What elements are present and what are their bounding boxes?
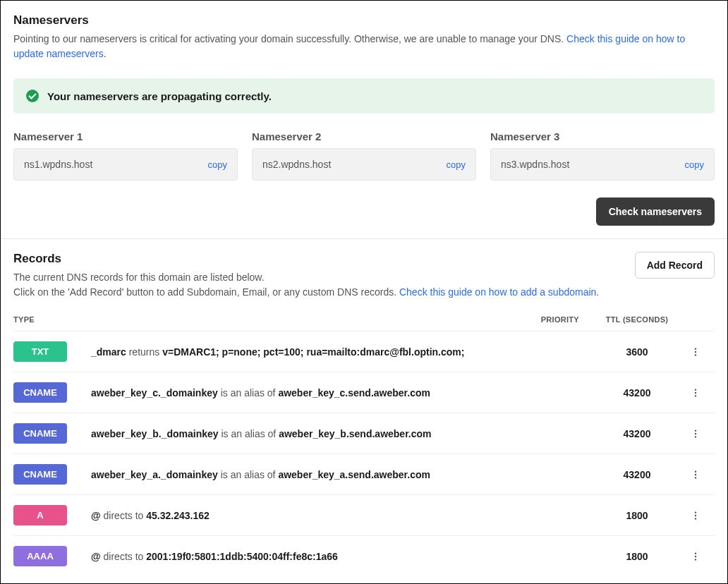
record-verb: is an alias of: [218, 387, 279, 399]
check-nameservers-button[interactable]: Check nameservers: [596, 197, 715, 226]
records-header: Records The current DNS records for this…: [13, 252, 715, 300]
copy-button[interactable]: copy: [208, 159, 227, 170]
svg-point-17: [695, 559, 696, 560]
nameserver-1: Nameserver 1 ns1.wpdns.host copy: [13, 130, 238, 181]
record-actions: [686, 506, 715, 525]
record-verb: is an alias of: [218, 469, 279, 480]
svg-point-1: [695, 351, 696, 352]
col-main-header: [91, 315, 524, 324]
record-description: aweber_key_a._domainkey is an alias of a…: [91, 469, 524, 480]
record-ttl: 1800: [588, 510, 686, 521]
record-type-cell: CNAME: [13, 423, 91, 444]
record-type-badge: A: [13, 505, 67, 525]
propagation-alert: Your nameservers are propagating correct…: [13, 78, 715, 114]
record-target: aweber_key_b.send.aweber.com: [279, 428, 431, 439]
record-name: aweber_key_c._domainkey: [91, 387, 218, 399]
more-actions-button[interactable]: [686, 506, 705, 525]
table-body: TXT_dmarc returns v=DMARC1; p=none; pct=…: [13, 331, 715, 576]
table-row: TXT_dmarc returns v=DMARC1; p=none; pct=…: [13, 331, 715, 372]
records-header-left: Records The current DNS records for this…: [13, 252, 635, 300]
record-description: aweber_key_b._domainkey is an alias of a…: [91, 428, 524, 439]
record-type-cell: TXT: [13, 341, 91, 362]
more-actions-button[interactable]: [686, 343, 705, 361]
nameservers-desc-text: Pointing to our nameservers is critical …: [13, 33, 566, 44]
nameserver-value: ns2.wpdns.host: [262, 159, 331, 170]
svg-point-0: [695, 348, 696, 349]
record-actions: [686, 343, 715, 361]
record-type-cell: CNAME: [13, 382, 91, 403]
table-row: CNAMEaweber_key_b._domainkey is an alias…: [13, 413, 715, 454]
records-guide-link[interactable]: Check this guide on how to add a subdoma…: [399, 286, 596, 298]
records-section: Records The current DNS records for this…: [1, 239, 727, 584]
nameserver-2: Nameserver 2 ns2.wpdns.host copy: [252, 130, 476, 181]
more-actions-button[interactable]: [686, 547, 705, 566]
record-type-badge: AAAA: [13, 546, 67, 566]
record-description: @ directs to 45.32.243.162: [91, 510, 524, 521]
more-vertical-icon: [691, 552, 700, 561]
record-actions: [686, 425, 715, 443]
nameserver-label: Nameserver 1: [13, 130, 238, 142]
record-type-badge: TXT: [13, 341, 67, 362]
more-actions-button[interactable]: [686, 384, 705, 402]
more-actions-button[interactable]: [686, 466, 705, 484]
more-vertical-icon: [691, 470, 700, 480]
add-record-button[interactable]: Add Record: [635, 252, 715, 279]
table-header: TYPE PRIORITY TTL (SECONDS): [13, 315, 715, 331]
nameserver-box: ns1.wpdns.host copy: [13, 148, 238, 181]
col-ttl-header: TTL (SECONDS): [588, 315, 686, 324]
nameserver-label: Nameserver 3: [490, 130, 715, 142]
table-row: AAAA@ directs to 2001:19f0:5801:1ddb:540…: [13, 535, 715, 576]
records-desc-line2-suffix: .: [596, 286, 599, 298]
nameserver-box: ns2.wpdns.host copy: [252, 148, 476, 181]
record-name: @: [91, 551, 101, 562]
svg-point-14: [695, 518, 696, 519]
svg-point-10: [695, 473, 696, 475]
record-verb: returns: [126, 346, 162, 358]
svg-point-3: [695, 389, 696, 390]
more-actions-button[interactable]: [686, 425, 705, 443]
nameserver-3: Nameserver 3 ns3.wpdns.host copy: [490, 130, 715, 181]
record-description: @ directs to 2001:19f0:5801:1ddb:5400:04…: [91, 551, 524, 562]
more-vertical-icon: [691, 388, 700, 398]
record-target: aweber_key_a.send.aweber.com: [278, 469, 430, 480]
nameserver-inputs-row: Nameserver 1 ns1.wpdns.host copy Nameser…: [13, 130, 715, 181]
nameservers-desc-suffix: .: [104, 48, 107, 59]
check-button-row: Check nameservers: [13, 197, 715, 226]
table-row: CNAMEaweber_key_a._domainkey is an alias…: [13, 454, 715, 494]
copy-button[interactable]: copy: [685, 159, 704, 170]
nameserver-value: ns3.wpdns.host: [501, 159, 569, 170]
col-type-header: TYPE: [13, 315, 91, 324]
svg-point-9: [695, 470, 696, 472]
svg-point-8: [695, 436, 696, 437]
svg-point-7: [695, 432, 696, 434]
table-row: A@ directs to 45.32.243.1621800: [13, 494, 715, 535]
svg-point-11: [695, 477, 696, 478]
records-description: The current DNS records for this domain …: [13, 270, 635, 300]
svg-point-5: [695, 395, 696, 396]
record-actions: [686, 384, 715, 402]
nameserver-box: ns3.wpdns.host copy: [490, 148, 715, 181]
svg-point-4: [695, 391, 696, 393]
nameservers-section: Nameservers Pointing to our nameservers …: [1, 1, 727, 238]
svg-point-2: [695, 354, 696, 355]
nameserver-value: ns1.wpdns.host: [24, 159, 92, 170]
svg-point-16: [695, 555, 696, 556]
record-verb: directs to: [101, 551, 147, 562]
record-actions: [686, 547, 715, 566]
alert-text: Your nameservers are propagating correct…: [47, 90, 272, 102]
svg-point-12: [695, 511, 696, 513]
table-row: CNAMEaweber_key_c._domainkey is an alias…: [13, 372, 715, 413]
record-target: 2001:19f0:5801:1ddb:5400:04ff:fe8c:1a66: [146, 551, 338, 562]
record-ttl: 1800: [588, 551, 686, 562]
svg-point-6: [695, 430, 696, 431]
records-title: Records: [13, 252, 635, 266]
record-ttl: 3600: [588, 346, 686, 358]
record-name: aweber_key_b._domainkey: [91, 428, 219, 439]
record-target: aweber_key_c.send.aweber.com: [278, 387, 430, 399]
col-actions-header: [686, 315, 715, 324]
record-ttl: 43200: [588, 469, 686, 480]
record-name: _dmarc: [91, 346, 126, 358]
copy-button[interactable]: copy: [447, 159, 466, 170]
record-description: aweber_key_c._domainkey is an alias of a…: [91, 387, 524, 399]
check-circle-icon: [26, 90, 39, 102]
